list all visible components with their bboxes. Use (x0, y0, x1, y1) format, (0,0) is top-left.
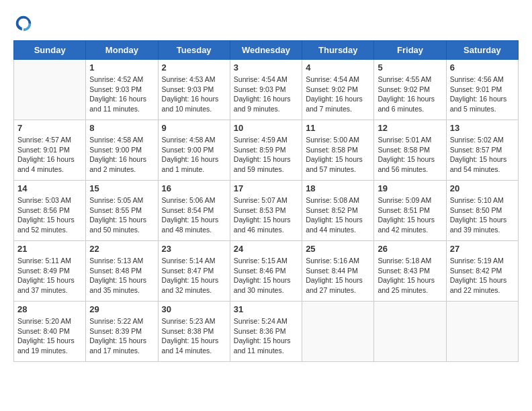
calendar-cell: 21Sunrise: 5:11 AM Sunset: 8:49 PM Dayli… (14, 241, 86, 302)
calendar-cell: 25Sunrise: 5:16 AM Sunset: 8:44 PM Dayli… (302, 241, 374, 302)
calendar-cell: 22Sunrise: 5:13 AM Sunset: 8:48 PM Dayli… (86, 241, 158, 302)
weekday-header-monday: Monday (86, 41, 158, 60)
day-number: 24 (234, 244, 298, 254)
calendar-cell: 31Sunrise: 5:24 AM Sunset: 8:36 PM Dayli… (230, 302, 302, 362)
week-row-2: 7Sunrise: 4:57 AM Sunset: 9:01 PM Daylig… (14, 120, 519, 181)
weekday-header-row: SundayMondayTuesdayWednesdayThursdayFrid… (14, 41, 519, 60)
weekday-header-tuesday: Tuesday (158, 41, 230, 60)
calendar-cell: 30Sunrise: 5:23 AM Sunset: 8:38 PM Dayli… (158, 302, 230, 362)
day-info: Sunrise: 4:59 AM Sunset: 8:59 PM Dayligh… (234, 135, 298, 175)
calendar-cell: 26Sunrise: 5:18 AM Sunset: 8:43 PM Dayli… (374, 241, 446, 302)
calendar-cell: 20Sunrise: 5:10 AM Sunset: 8:50 PM Dayli… (446, 181, 518, 241)
day-number: 27 (450, 244, 515, 254)
calendar-cell: 6Sunrise: 4:56 AM Sunset: 9:01 PM Daylig… (446, 60, 518, 120)
calendar-cell: 18Sunrise: 5:08 AM Sunset: 8:52 PM Dayli… (302, 181, 374, 241)
calendar-cell: 12Sunrise: 5:01 AM Sunset: 8:58 PM Dayli… (374, 120, 446, 181)
day-info: Sunrise: 5:24 AM Sunset: 8:36 PM Dayligh… (234, 316, 298, 356)
calendar-cell (302, 302, 374, 362)
week-row-3: 14Sunrise: 5:03 AM Sunset: 8:56 PM Dayli… (14, 181, 519, 241)
weekday-header-thursday: Thursday (302, 41, 374, 60)
calendar-cell: 16Sunrise: 5:06 AM Sunset: 8:54 PM Dayli… (158, 181, 230, 241)
day-number: 9 (162, 123, 226, 133)
day-number: 3 (234, 62, 298, 73)
calendar-cell: 11Sunrise: 5:00 AM Sunset: 8:58 PM Dayli… (302, 120, 374, 181)
day-info: Sunrise: 4:54 AM Sunset: 9:03 PM Dayligh… (234, 75, 298, 114)
day-number: 15 (89, 183, 154, 193)
day-info: Sunrise: 5:15 AM Sunset: 8:46 PM Dayligh… (234, 256, 298, 295)
day-info: Sunrise: 5:22 AM Sunset: 8:39 PM Dayligh… (89, 316, 154, 356)
calendar-cell: 13Sunrise: 5:02 AM Sunset: 8:57 PM Dayli… (446, 120, 518, 181)
day-number: 1 (89, 62, 154, 73)
calendar-cell: 8Sunrise: 4:58 AM Sunset: 9:00 PM Daylig… (86, 120, 158, 181)
day-info: Sunrise: 5:20 AM Sunset: 8:40 PM Dayligh… (17, 316, 82, 356)
day-info: Sunrise: 4:55 AM Sunset: 9:02 PM Dayligh… (378, 75, 442, 114)
day-number: 16 (162, 183, 226, 193)
day-info: Sunrise: 5:14 AM Sunset: 8:47 PM Dayligh… (162, 256, 226, 295)
day-info: Sunrise: 5:16 AM Sunset: 8:44 PM Dayligh… (306, 256, 370, 295)
day-info: Sunrise: 5:03 AM Sunset: 8:56 PM Dayligh… (17, 195, 82, 235)
logo (13, 13, 36, 34)
calendar-cell: 29Sunrise: 5:22 AM Sunset: 8:39 PM Dayli… (86, 302, 158, 362)
calendar-cell: 5Sunrise: 4:55 AM Sunset: 9:02 PM Daylig… (374, 60, 446, 120)
day-number: 20 (450, 183, 515, 193)
calendar-cell: 3Sunrise: 4:54 AM Sunset: 9:03 PM Daylig… (230, 60, 302, 120)
day-number: 25 (306, 244, 370, 254)
day-info: Sunrise: 5:01 AM Sunset: 8:58 PM Dayligh… (378, 135, 442, 175)
weekday-header-wednesday: Wednesday (230, 41, 302, 60)
day-number: 14 (17, 183, 82, 193)
day-number: 22 (89, 244, 154, 254)
week-row-4: 21Sunrise: 5:11 AM Sunset: 8:49 PM Dayli… (14, 241, 519, 302)
day-number: 23 (162, 244, 226, 254)
calendar-cell: 19Sunrise: 5:09 AM Sunset: 8:51 PM Dayli… (374, 181, 446, 241)
weekday-header-sunday: Sunday (14, 41, 86, 60)
day-info: Sunrise: 5:23 AM Sunset: 8:38 PM Dayligh… (162, 316, 226, 356)
day-number: 11 (306, 123, 370, 133)
day-number: 6 (450, 62, 515, 73)
day-number: 12 (378, 123, 442, 133)
calendar-cell (446, 302, 518, 362)
calendar-cell: 1Sunrise: 4:52 AM Sunset: 9:03 PM Daylig… (86, 60, 158, 120)
day-info: Sunrise: 5:13 AM Sunset: 8:48 PM Dayligh… (89, 256, 154, 295)
day-number: 8 (89, 123, 154, 133)
calendar-cell: 7Sunrise: 4:57 AM Sunset: 9:01 PM Daylig… (14, 120, 86, 181)
day-info: Sunrise: 5:18 AM Sunset: 8:43 PM Dayligh… (378, 256, 442, 295)
calendar-cell (374, 302, 446, 362)
day-info: Sunrise: 4:58 AM Sunset: 9:00 PM Dayligh… (89, 135, 154, 175)
day-info: Sunrise: 5:06 AM Sunset: 8:54 PM Dayligh… (162, 195, 226, 235)
calendar-table: SundayMondayTuesdayWednesdayThursdayFrid… (13, 40, 519, 362)
day-number: 26 (378, 244, 442, 254)
day-info: Sunrise: 5:08 AM Sunset: 8:52 PM Dayligh… (306, 195, 370, 235)
calendar-cell: 17Sunrise: 5:07 AM Sunset: 8:53 PM Dayli… (230, 181, 302, 241)
calendar-cell (14, 60, 86, 120)
page-header (13, 13, 519, 34)
day-info: Sunrise: 4:56 AM Sunset: 9:01 PM Dayligh… (450, 75, 515, 114)
day-number: 18 (306, 183, 370, 193)
calendar-cell: 4Sunrise: 4:54 AM Sunset: 9:02 PM Daylig… (302, 60, 374, 120)
day-number: 4 (306, 62, 370, 73)
day-info: Sunrise: 5:07 AM Sunset: 8:53 PM Dayligh… (234, 195, 298, 235)
day-number: 13 (450, 123, 515, 133)
day-number: 30 (162, 304, 226, 314)
day-info: Sunrise: 5:10 AM Sunset: 8:50 PM Dayligh… (450, 195, 515, 235)
week-row-5: 28Sunrise: 5:20 AM Sunset: 8:40 PM Dayli… (14, 302, 519, 362)
weekday-header-saturday: Saturday (446, 41, 518, 60)
day-info: Sunrise: 4:57 AM Sunset: 9:01 PM Dayligh… (17, 135, 82, 175)
day-info: Sunrise: 4:52 AM Sunset: 9:03 PM Dayligh… (89, 75, 154, 114)
logo-icon (13, 13, 34, 34)
day-number: 28 (17, 304, 82, 314)
day-info: Sunrise: 4:54 AM Sunset: 9:02 PM Dayligh… (306, 75, 370, 114)
day-number: 29 (89, 304, 154, 314)
day-number: 17 (234, 183, 298, 193)
day-info: Sunrise: 5:11 AM Sunset: 8:49 PM Dayligh… (17, 256, 82, 295)
week-row-1: 1Sunrise: 4:52 AM Sunset: 9:03 PM Daylig… (14, 60, 519, 120)
calendar-cell: 14Sunrise: 5:03 AM Sunset: 8:56 PM Dayli… (14, 181, 86, 241)
calendar-cell: 23Sunrise: 5:14 AM Sunset: 8:47 PM Dayli… (158, 241, 230, 302)
calendar-cell: 24Sunrise: 5:15 AM Sunset: 8:46 PM Dayli… (230, 241, 302, 302)
day-info: Sunrise: 5:19 AM Sunset: 8:42 PM Dayligh… (450, 256, 515, 295)
day-number: 10 (234, 123, 298, 133)
day-number: 31 (234, 304, 298, 314)
day-number: 5 (378, 62, 442, 73)
calendar-cell: 27Sunrise: 5:19 AM Sunset: 8:42 PM Dayli… (446, 241, 518, 302)
day-info: Sunrise: 5:05 AM Sunset: 8:55 PM Dayligh… (89, 195, 154, 235)
day-info: Sunrise: 5:09 AM Sunset: 8:51 PM Dayligh… (378, 195, 442, 235)
